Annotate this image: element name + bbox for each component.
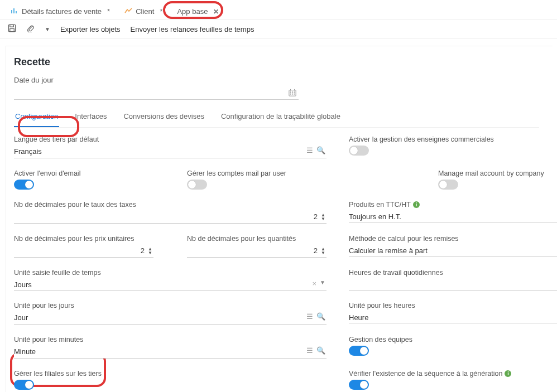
svg-rect-4 xyxy=(10,25,14,27)
mail-per-company-field: Manage mail account by company xyxy=(349,170,557,190)
chevron-down-icon[interactable]: ▼ xyxy=(320,279,325,288)
spinner-icon[interactable]: ▲▼ xyxy=(148,247,152,255)
bar-chart-icon xyxy=(11,7,18,16)
field-label: Nb de décimales pour les prix unitaires xyxy=(14,235,153,243)
field-label: Heures de travail quotidiennes xyxy=(349,269,557,277)
products-ttc-ht-select[interactable]: Toujours en H.T. xyxy=(349,210,557,222)
decimals-row: Nb de décimales pour les prix unitaires … xyxy=(14,235,326,258)
team-management-toggle[interactable] xyxy=(349,346,369,356)
field-label: Produits en TTC/HT i xyxy=(349,201,557,209)
attachment-icon[interactable] xyxy=(26,24,35,34)
timesheet-unit-field: Unité saisie feuille de temps Jours × ▼ xyxy=(14,269,326,291)
date-label: Date du jour xyxy=(14,76,539,84)
spinner-icon[interactable]: ▲▼ xyxy=(321,213,325,221)
svg-rect-12 xyxy=(294,94,295,95)
svg-rect-10 xyxy=(290,94,291,95)
mail-per-user-toggle[interactable] xyxy=(187,180,207,190)
tax-decimals-input[interactable]: 2 ▲▼ xyxy=(14,210,326,224)
default-language-input[interactable] xyxy=(14,145,326,158)
field-label: Unité pour les jours xyxy=(14,302,326,309)
tab-sales-invoice-details[interactable]: Détails factures de vente * xyxy=(4,3,116,19)
send-timesheet-reminders-button[interactable]: Envoyer les relances feuilles de temps xyxy=(131,25,255,33)
line-chart-icon xyxy=(124,7,132,16)
field-label: Méthode de calcul pour les remises xyxy=(349,235,557,243)
unit-hours-field: Unité pour les heures Heure xyxy=(349,302,557,325)
tab-client[interactable]: Client * xyxy=(118,3,169,19)
svg-rect-7 xyxy=(290,91,291,93)
search-icon[interactable]: 🔍 xyxy=(316,312,325,321)
calendar-icon[interactable] xyxy=(289,89,296,98)
tab-app-base[interactable]: App base ✕ xyxy=(171,3,225,19)
field-label: Nb de décimales pour le taux des taxes xyxy=(14,201,326,209)
search-icon[interactable]: 🔍 xyxy=(316,346,325,355)
subsidiaries-toggle[interactable] xyxy=(14,380,34,390)
unit-minutes-input[interactable] xyxy=(14,345,326,359)
field-label: Vérifier l'existence de la séquence à la… xyxy=(349,370,557,378)
subsidiaries-field: Gérer les filiales sur les tiers xyxy=(14,370,326,390)
page-panel: Recette Date du jour Configuration Inter… xyxy=(6,46,553,392)
field-label: Manage mail account by company xyxy=(438,170,557,177)
enable-email-toggle[interactable] xyxy=(14,180,34,190)
svg-rect-9 xyxy=(294,91,295,93)
team-management-field: Gestion des équipes xyxy=(349,336,557,359)
field-label: Unité pour les heures xyxy=(349,302,557,309)
svg-rect-6 xyxy=(289,90,296,96)
timesheet-unit-select[interactable]: Jours xyxy=(14,278,326,291)
save-icon[interactable] xyxy=(8,24,16,34)
svg-rect-5 xyxy=(10,28,15,31)
tab-dirty-marker: * xyxy=(160,7,162,16)
unit-minutes-field: Unité pour les minutes ☰ 🔍 xyxy=(14,336,326,359)
open-record-icon[interactable]: ☰ xyxy=(306,346,313,355)
tab-label: Détails factures de vente xyxy=(22,7,102,16)
field-label: Gérer les comptes mail par user xyxy=(187,170,326,177)
unit-hours-select[interactable]: Heure xyxy=(349,311,557,323)
configuration-form: Langue des tiers par défaut ☰ 🔍 Activer … xyxy=(14,135,539,392)
field-label: Nb de décimales pour les quantités xyxy=(187,235,326,243)
field-label: Unité pour les minutes xyxy=(14,336,326,343)
field-label: Activer l'envoi d'email xyxy=(14,170,153,177)
export-objects-button[interactable]: Exporter les objets xyxy=(60,25,121,33)
open-record-icon[interactable]: ☰ xyxy=(306,146,313,154)
toolbar: ▼ Exporter les objets Envoyer les relanc… xyxy=(0,20,557,39)
mail-per-company-toggle[interactable] xyxy=(438,180,458,190)
tab-configuration[interactable]: Configuration xyxy=(14,107,59,127)
spinner-icon[interactable]: ▲▼ xyxy=(321,247,325,255)
daily-hours-field: Heures de travail quotidiennes xyxy=(349,269,557,291)
tab-dirty-marker: * xyxy=(107,7,110,16)
unit-price-decimals-input[interactable]: 2 ▲▼ xyxy=(14,244,153,258)
field-label: Langue des tiers par défaut xyxy=(14,135,326,143)
svg-rect-11 xyxy=(292,94,293,95)
tax-decimals-field: Nb de décimales pour le taux des taxes 2… xyxy=(14,201,326,224)
info-icon[interactable]: i xyxy=(413,201,420,208)
tab-currency-conversions[interactable]: Conversions des devises xyxy=(122,107,205,127)
daily-hours-input[interactable] xyxy=(349,278,557,291)
sequence-check-toggle[interactable] xyxy=(349,380,369,390)
email-row: Activer l'envoi d'email Gérer les compte… xyxy=(14,170,326,190)
inner-tabs: Configuration Interfaces Conversions des… xyxy=(14,107,539,128)
unit-days-field: Unité pour les jours ☰ 🔍 xyxy=(14,302,326,325)
search-icon[interactable]: 🔍 xyxy=(316,146,325,154)
page-title: Recette xyxy=(14,56,539,68)
tab-label: Client xyxy=(136,7,154,16)
unit-days-input[interactable] xyxy=(14,311,326,325)
close-icon[interactable]: ✕ xyxy=(213,8,219,16)
brand-management-toggle[interactable] xyxy=(349,146,369,156)
dropdown-caret-icon[interactable]: ▼ xyxy=(45,26,50,32)
discount-method-select[interactable]: Calculer la remise à part xyxy=(349,244,557,257)
tab-label: App base xyxy=(177,7,208,16)
date-field: Date du jour xyxy=(14,76,539,100)
qty-decimals-input[interactable]: 2 ▲▼ xyxy=(187,244,326,258)
tab-global-traceability[interactable]: Configuration de la traçabilité globale xyxy=(220,107,342,127)
field-label: Activer la gestion des enseignes commerc… xyxy=(349,135,557,143)
date-input[interactable] xyxy=(14,86,299,100)
products-ttc-ht-field: Produits en TTC/HT i Toujours en H.T. xyxy=(349,201,557,224)
tab-interfaces[interactable]: Interfaces xyxy=(74,107,108,127)
open-record-icon[interactable]: ☰ xyxy=(306,312,313,321)
info-icon[interactable]: i xyxy=(505,370,511,377)
brand-management-field: Activer la gestion des enseignes commerc… xyxy=(349,135,557,158)
discount-method-field: Méthode de calcul pour les remises Calcu… xyxy=(349,235,557,258)
sequence-check-field: Vérifier l'existence de la séquence à la… xyxy=(349,370,557,390)
clear-icon[interactable]: × xyxy=(313,279,317,288)
field-label: Gérer les filiales sur les tiers xyxy=(14,370,326,378)
svg-rect-8 xyxy=(292,91,293,93)
